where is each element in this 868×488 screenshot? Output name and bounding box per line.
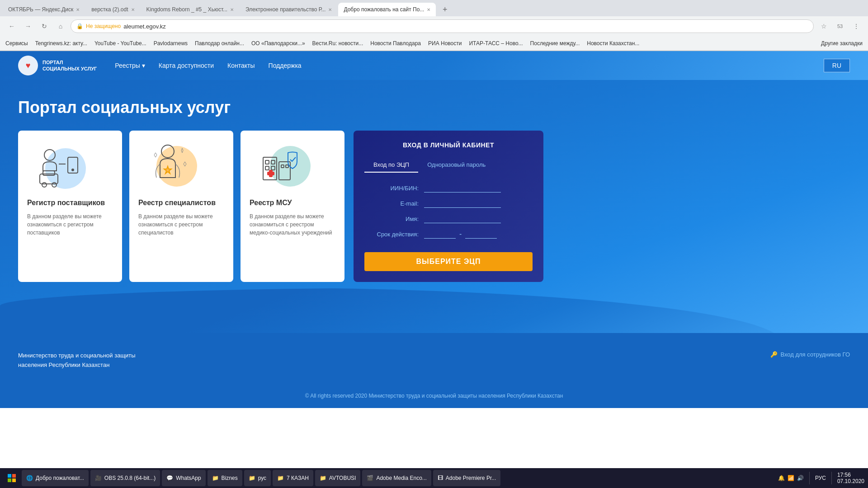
extension-icon[interactable]: 53 [834,20,846,33]
service-cards: Регистр поставщиков В данном разделе вы … [18,131,344,282]
svg-rect-15 [265,166,269,170]
tab-aleumet[interactable]: Добро пожаловать на сайт По... ✕ [338,3,436,16]
input-validity-to[interactable] [465,230,497,239]
staff-login-link[interactable]: 🔑 Вход для сотрудников ГО [770,351,850,358]
bookmark-tengri[interactable]: Tengrinews.kz: акту... [35,40,87,47]
taskbar-whatsapp[interactable]: 💬 WhatsApp [162,470,205,486]
card-specialists[interactable]: Реестр специалистов В данном разделе вы … [129,131,233,282]
card-title-providers: Регистр поставщиков [27,198,113,208]
bookmark-oo[interactable]: ОО «Павлодарски...» [251,40,305,47]
tab-close[interactable]: ✕ [427,7,430,12]
tab-kingdoms[interactable]: Kingdoms Reborn _ #5 _ Хьюст... ✕ [141,3,240,16]
svg-point-6 [42,183,47,187]
bookmark-others[interactable]: Другие закладки [821,40,863,47]
forward-button[interactable]: → [22,20,34,33]
nav-support[interactable]: Поддержка [269,62,302,69]
svg-rect-20 [269,170,272,177]
browser-icon: 🌐 [26,475,33,481]
logo-icon: ♥ [18,56,38,75]
home-button[interactable]: ⌂ [54,20,67,33]
lock-icon: 🔒 [76,23,83,29]
input-iin[interactable] [424,183,501,192]
start-button[interactable] [4,470,20,486]
bookmark-pavlodanonline[interactable]: Павлодар онлайн... [195,40,244,47]
svg-point-8 [156,146,197,187]
more-menu[interactable]: ⋮ [850,20,863,33]
taskbar-biznes-label: Biznes [222,475,238,481]
tray-separator [809,472,810,484]
nav-accessibility[interactable]: Карта доступности [159,62,214,69]
site-navigation: ♥ ПОРТАЛ СОЦИАЛЬНЫХ УСЛУГ Реестры ▾ Карт… [0,51,868,80]
tab-yandex[interactable]: ОКТЯБРЬ — Яндекс.Диск ✕ [3,3,85,16]
tab-close[interactable]: ✕ [328,7,332,12]
taskbar-date: 07.10.2020 [837,478,864,484]
taskbar-rus[interactable]: 📁 рус [244,470,271,486]
url-bar[interactable]: 🔒 Не защищено aleumet.egov.kz [71,19,814,33]
bookmarks-bar: Сервисы Tengrinews.kz: акту... YouTube -… [0,36,868,51]
bookmark-novosti-kaz[interactable]: Новости Казахстан... [587,40,639,47]
language-button[interactable]: RU [824,59,850,72]
tab-close[interactable]: ✕ [76,7,80,12]
footer-copyright: © All rights reserved 2020 Министерство … [18,384,850,399]
tab-label: ОКТЯБРЬ — Яндекс.Диск [8,6,73,13]
tab-ecp[interactable]: Вход по ЭЦП [364,158,418,173]
card-providers[interactable]: Регистр поставщиков В данном разделе вы … [18,131,122,282]
bookmark-novosti-pav[interactable]: Новости Павлодара [370,40,421,47]
svg-point-3 [72,169,74,171]
card-icon-specialists [138,141,202,191]
input-validity-from[interactable] [424,230,456,239]
taskbar-biznes[interactable]: 📁 Biznes [208,470,242,486]
tab-close[interactable]: ✕ [230,7,234,12]
taskbar-browser[interactable]: 🌐 Добро пожаловат... [22,470,89,486]
footer-ministry: Министерство труда и социальной защиты н… [18,351,136,370]
reload-button[interactable]: ↻ [38,20,51,33]
taskbar: 🌐 Добро пожаловат... 🎥 OBS 25.0.8 (64-bi… [0,468,868,488]
bookmark-poslednie[interactable]: Последние между... [530,40,580,47]
svg-rect-21 [8,474,11,478]
input-name[interactable] [424,214,501,223]
tab-egov[interactable]: Электронное правительство Р... ✕ [240,3,337,16]
folder-icon-3: 📁 [277,475,284,481]
bookmark-ria[interactable]: РИА Новости [428,40,462,47]
select-ecp-button[interactable]: Выберите ЭЦП [364,252,533,271]
input-email[interactable] [424,199,501,208]
bookmark-star[interactable]: ☆ [817,20,830,33]
address-bar: ← → ↻ ⌂ 🔒 Не защищено aleumet.egov.kz ☆ … [0,16,868,36]
taskbar-kazan[interactable]: 📁 7 КАЗАН [273,470,313,486]
bookmark-vesti[interactable]: Вести.Ru: новости... [312,40,363,47]
chevron-down-icon: ▾ [142,62,145,69]
bookmark-services[interactable]: Сервисы [5,40,28,47]
tab-close[interactable]: ✕ [131,7,135,12]
tab-label: верстка (2).odt [91,6,128,13]
obs-icon: 🎥 [95,475,102,481]
card-title-msu: Реестр МСУ [250,198,335,208]
card-icon-msu [250,141,313,191]
taskbar-adobe-media[interactable]: 🎬 Adobe Media Enco... [362,470,431,486]
bookmark-pavlodarnews[interactable]: Pavlodarnews [154,40,188,47]
folder-icon-2: 📁 [249,475,255,481]
key-icon: 🔑 [770,351,778,358]
bookmark-youtube[interactable]: YouTube - YouTube... [94,40,146,47]
volume-icon: 🔊 [797,475,804,481]
nav-contacts[interactable]: Контакты [227,62,255,69]
card-msu[interactable]: Реестр МСУ В данном разделе вы можете оз… [241,131,344,282]
tab-otp[interactable]: Одноразовый пароль [418,158,495,173]
taskbar-whatsapp-label: WhatsApp [176,475,201,481]
whatsapp-icon: 💬 [166,475,173,481]
form-row-name: Имя: [364,214,533,223]
card-desc-msu: В данном разделе вы можете ознакомиться … [250,212,335,237]
taskbar-premiere[interactable]: 🎞 Adobe Premiere Pr... [433,470,500,486]
tab-doc[interactable]: верстка (2).odt ✕ [86,3,140,16]
taskbar-avtobusi-label: AVTOBUSI [329,475,356,481]
bookmark-itar[interactable]: ИТАР-ТАСС – Ново... [469,40,523,47]
back-button[interactable]: ← [5,20,18,33]
tray-icon: 🔔 [778,475,785,481]
new-tab-button[interactable]: + [439,3,451,16]
card-icon-providers [27,141,90,191]
taskbar-obs[interactable]: 🎥 OBS 25.0.8 (64-bit...) [90,470,160,486]
label-validity: Срок действия: [364,231,419,238]
nav-registries[interactable]: Реестры ▾ [115,62,145,69]
taskbar-avtobusi[interactable]: 📁 AVTOBUSI [315,470,361,486]
folder-icon: 📁 [212,475,219,481]
network-icon: 📶 [788,475,794,481]
